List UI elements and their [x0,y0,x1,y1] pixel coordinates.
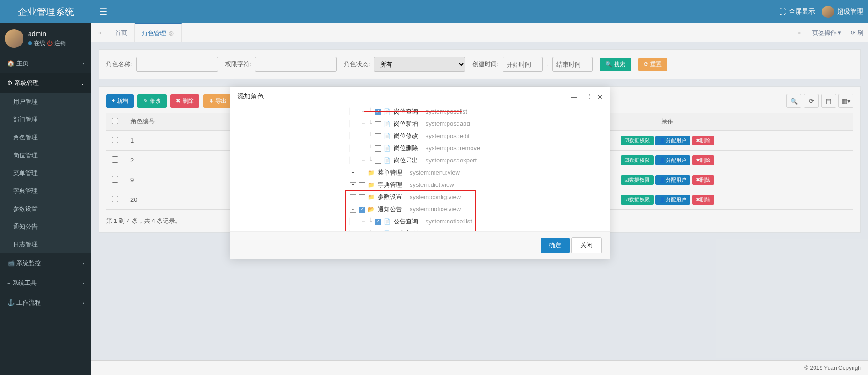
tree-checkbox[interactable] [375,121,381,127]
tree-node[interactable]: │ ┈└📄岗位修改system:post:edit [347,130,605,142]
tree-perm: system:post:export [426,155,477,166]
tree-label: 岗位修改 [394,131,418,141]
modal-header: 添加角色 — ⛶ ✕ [230,87,610,107]
modal-body: │ ┈└✓📄岗位查询system:post:list│ ┈└📄岗位新增syste… [230,107,610,231]
modal-title: 添加角色 [237,92,264,101]
close-button[interactable]: 关闭 [571,237,602,253]
maximize-icon[interactable]: ⛶ [584,93,590,100]
tree-node[interactable]: │ ┈└✓📄岗位查询system:post:list [347,107,605,118]
tree-node[interactable]: +📁字典管理system:dict:view [347,179,605,191]
tree-label: 岗位删除 [394,143,418,153]
file-icon: 📄 [384,143,391,153]
expand-icon[interactable]: + [350,170,356,176]
tree-label: 字典管理 [378,180,402,190]
ok-button[interactable]: 确定 [541,238,570,253]
add-role-modal: 添加角色 — ⛶ ✕ │ ┈└✓📄岗位查询system:post:list│ ┈… [230,87,610,259]
file-icon: 📄 [384,131,391,141]
tree-checkbox[interactable] [359,170,365,176]
tree-node[interactable]: │ ┈└📄岗位导出system:post:export [347,154,605,167]
tree-label: 菜单管理 [378,168,402,178]
highlight-line [364,111,462,112]
tree-node[interactable]: │ ┈└📄岗位删除system:post:remove [347,142,605,154]
tree-node[interactable]: +📁菜单管理system:menu:view [347,167,605,179]
folder-icon: 📁 [368,180,375,190]
tree-label: 岗位导出 [394,155,418,166]
tree-checkbox[interactable] [375,158,381,164]
tree-checkbox[interactable] [359,182,365,188]
highlight-box [345,190,476,231]
tree-node[interactable]: │ ┈└📄岗位新增system:post:add [347,118,605,130]
file-icon: 📄 [384,155,391,166]
tree-label: 岗位新增 [394,119,418,129]
tree-perm: system:menu:view [410,168,460,178]
expand-icon[interactable]: + [350,182,356,188]
tree-perm: system:post:add [426,119,470,129]
modal-footer: 确定 关闭 [230,231,610,259]
minimize-icon[interactable]: — [571,93,577,100]
close-icon[interactable]: ✕ [597,93,602,100]
tree-perm: system:post:edit [426,131,470,141]
tree-checkbox[interactable] [375,133,381,139]
tree-checkbox[interactable] [375,145,381,152]
folder-icon: 📁 [368,168,375,178]
tree-perm: system:post:remove [426,143,480,153]
tree-perm: system:dict:view [410,180,454,190]
file-icon: 📄 [384,119,391,129]
